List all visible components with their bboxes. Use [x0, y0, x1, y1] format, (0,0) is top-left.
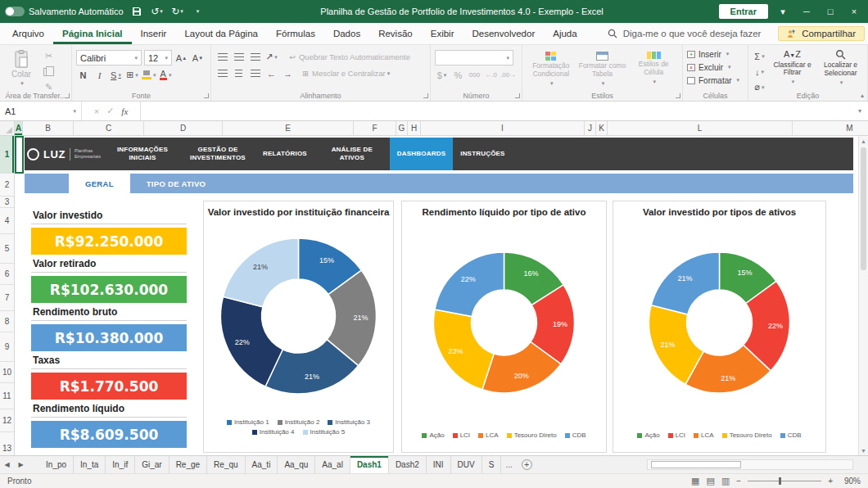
new-sheet-button[interactable]: + — [517, 456, 537, 473]
increase-font-button[interactable]: A▲ — [174, 51, 188, 65]
chart-panel-2[interactable]: Rendimento líquido por tipo de ativo16%1… — [401, 201, 607, 453]
page-break-view-icon[interactable]: ▥ — [721, 476, 730, 486]
sheet-tab-re-qu[interactable]: Re_qu — [207, 456, 245, 473]
legend-item-tesouro-direto[interactable]: Tesouro Direto — [722, 432, 772, 439]
nav-item-informa-es-iniciais[interactable]: INFORMAÇÕES INICIAIS — [105, 138, 180, 170]
sheet-tab-aa-ti[interactable]: Aa_ti — [246, 456, 278, 473]
slice-institui-o-5[interactable] — [223, 238, 298, 307]
legend-item-lca[interactable]: LCA — [478, 432, 499, 439]
align-right-button[interactable] — [248, 66, 262, 80]
format-cells-button[interactable]: Formatar▾ — [687, 74, 744, 87]
sheet-tabs-overflow[interactable]: ... — [501, 456, 516, 473]
menu-tab-ajuda[interactable]: Ajuda — [544, 23, 585, 44]
column-header-i[interactable]: I — [421, 121, 585, 135]
merge-center-button[interactable]: ⊞ Mesclar e Centralizar ▾ — [302, 66, 390, 80]
align-top-button[interactable] — [215, 50, 229, 64]
currency-button[interactable]: $▾ — [435, 68, 449, 82]
column-header-d[interactable]: D — [144, 121, 223, 135]
sheet-tab-aa-al[interactable]: Aa_al — [315, 456, 350, 473]
cancel-icon[interactable]: × — [94, 106, 99, 116]
menu-tab-revis-o[interactable]: Revisão — [369, 23, 422, 44]
autosave-toggle[interactable]: Salvamento Automático — [5, 7, 124, 16]
formula-input[interactable] — [141, 102, 852, 120]
italic-button[interactable]: I — [93, 68, 106, 82]
sheet-tab-s[interactable]: S — [482, 456, 502, 473]
underline-button[interactable]: S▾ — [109, 68, 123, 82]
menu-tab-arquivo[interactable]: Arquivo — [3, 23, 53, 44]
zoom-out-button[interactable]: − — [736, 477, 741, 486]
legend-item-a-o[interactable]: Ação — [422, 432, 444, 439]
normal-view-icon[interactable]: ▦ — [691, 476, 699, 486]
row-header-11[interactable]: 11 — [0, 383, 14, 409]
undo-button[interactable]: ↺▾ — [150, 3, 165, 20]
menu-tab-inserir[interactable]: Inserir — [132, 23, 176, 44]
sheet-tab-gi-ar[interactable]: Gi_ar — [135, 456, 169, 473]
row-header-7[interactable]: 7 — [0, 285, 14, 311]
decrease-decimal-button[interactable]: .00→ — [500, 68, 516, 82]
menu-tab-p-gina-inicial[interactable]: Página Inicial — [53, 23, 132, 44]
autosum-button[interactable]: Σ▾ — [753, 49, 766, 63]
menu-tab-exibir[interactable]: Exibir — [422, 23, 463, 44]
column-header-f[interactable]: F — [354, 121, 396, 135]
subtab-tipo-de-ativo[interactable]: TIPO DE ATIVO — [130, 174, 223, 193]
sheet-tab-re-ge[interactable]: Re_ge — [170, 456, 207, 473]
row-header-8[interactable]: 8 — [0, 311, 14, 332]
row-header-2[interactable]: 2 — [0, 174, 14, 197]
scroll-up-icon[interactable]: ▲ — [859, 136, 868, 146]
row-header-9[interactable]: 9 — [0, 332, 14, 362]
sheet-tab-duv[interactable]: DUV — [451, 456, 482, 473]
legend-item-institui-o-4[interactable]: Instituição 4 — [252, 428, 295, 436]
format-as-table-button[interactable]: Formatar como Tabela ▾ — [578, 50, 627, 87]
fill-color-button[interactable]: ▾ — [142, 68, 156, 82]
column-header-m[interactable]: M — [793, 121, 868, 135]
legend-item-institui-o-2[interactable]: Instituição 2 — [278, 418, 320, 426]
menu-tab-dados[interactable]: Dados — [324, 23, 369, 44]
row-header-3[interactable]: 3 — [0, 197, 14, 208]
column-header-l[interactable]: L — [608, 121, 793, 135]
tell-me-search[interactable]: Diga-me o que você deseja fazer — [608, 29, 762, 38]
decrease-font-button[interactable]: A▼ — [191, 51, 205, 65]
save-button[interactable] — [129, 3, 144, 20]
find-select-button[interactable]: Localizar e Selecionar ▾ — [818, 47, 863, 94]
insert-cells-button[interactable]: +Inserir▾ — [687, 47, 744, 61]
zoom-in-button[interactable]: + — [828, 477, 833, 486]
increase-decimal-button[interactable]: ←.0 — [484, 68, 498, 82]
dialog-launcher-icon[interactable] — [204, 93, 209, 98]
borders-button[interactable]: ⊞▾ — [125, 68, 139, 82]
scroll-down-icon[interactable]: ▼ — [859, 445, 868, 455]
legend-item-institui-o-1[interactable]: Instituição 1 — [227, 418, 269, 426]
column-header-e[interactable]: E — [223, 121, 354, 135]
vertical-scrollbar[interactable]: ▲ ▼ — [858, 136, 868, 455]
copy-button[interactable]: ▾ — [42, 65, 56, 79]
select-all-corner[interactable] — [0, 121, 15, 135]
horizontal-scroll-thumb[interactable] — [651, 461, 741, 468]
expand-formula-bar-icon[interactable]: ▾ — [852, 102, 868, 120]
previous-sheet-button[interactable]: ◀ — [0, 456, 14, 473]
column-header-h[interactable]: H — [408, 121, 421, 135]
comma-style-button[interactable]: 000 — [468, 68, 481, 82]
chart-panel-3[interactable]: Valor investido por tipos de ativos15%22… — [613, 201, 826, 453]
subtab-geral[interactable]: GERAL — [69, 174, 130, 193]
nav-item-gest-o-de-investimentos[interactable]: GESTÃO DE INVESTIMENTOS — [180, 138, 255, 170]
column-header-a[interactable]: A — [15, 121, 23, 135]
legend-item-institui-o-5[interactable]: Instituição 5 — [303, 428, 346, 436]
column-header-c[interactable]: C — [74, 121, 144, 135]
font-family-select[interactable]: Calibri▾ — [76, 50, 142, 66]
dialog-launcher-icon[interactable] — [423, 93, 428, 98]
font-size-select[interactable]: 12▾ — [144, 50, 172, 66]
sheet-tab-aa-qu[interactable]: Aa_qu — [278, 456, 315, 473]
paste-button[interactable]: Colar ▾ — [4, 47, 38, 88]
decrease-indent-button[interactable]: ← — [264, 66, 278, 80]
align-middle-button[interactable] — [232, 50, 246, 64]
slice-cdb[interactable] — [651, 252, 719, 314]
sort-filter-button[interactable]: A▼Z Classificar e Filtrar ▾ — [771, 47, 814, 94]
conditional-formatting-button[interactable]: Formatação Condicional ▾ — [527, 50, 576, 87]
next-sheet-button[interactable]: ▶ — [14, 456, 28, 473]
legend-item-lca[interactable]: LCA — [694, 432, 714, 439]
customize-qat-button[interactable]: ▾ — [191, 3, 206, 20]
legend-item-institui-o-3[interactable]: Instituição 3 — [328, 418, 370, 426]
percent-button[interactable]: % — [451, 68, 465, 82]
increase-indent-button[interactable]: → — [281, 66, 295, 80]
sheet-tab-in-po[interactable]: In_po — [39, 456, 74, 473]
wrap-text-button[interactable]: ↩ Quebrar Texto Automaticamente — [289, 50, 410, 64]
